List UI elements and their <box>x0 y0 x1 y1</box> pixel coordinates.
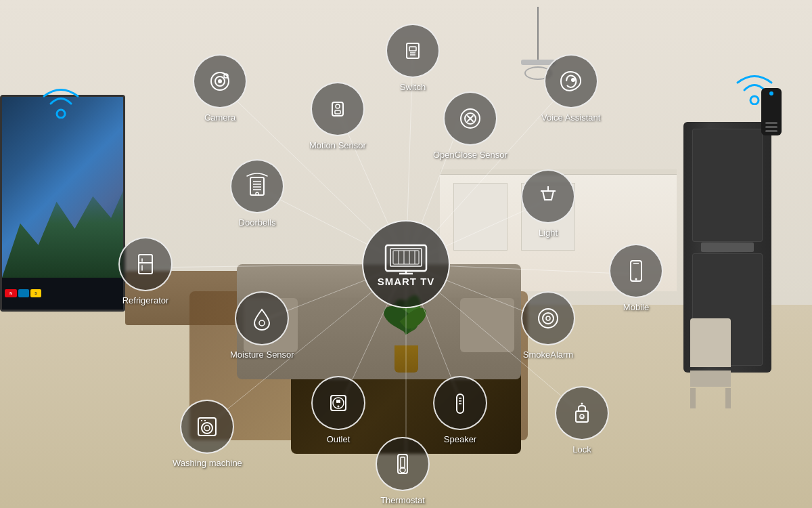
openclose-sensor-label: OpenClose Sensor <box>433 150 508 160</box>
wifi-left-icon <box>41 81 81 121</box>
svg-point-57 <box>546 316 550 320</box>
voice-assistant-label: Voice Assistant <box>541 112 600 123</box>
thermostat-label: Thermostat <box>380 495 425 505</box>
outlet-node[interactable]: Outlet <box>311 376 365 444</box>
mobile-label: Mobile <box>623 302 649 312</box>
svg-point-60 <box>635 278 637 280</box>
openclose-circle <box>443 91 497 146</box>
svg-point-72 <box>204 425 210 431</box>
svg-point-81 <box>581 403 583 405</box>
smoke-alarm-label: SmokeAlarm <box>523 350 573 360</box>
speaker-circle <box>433 376 487 430</box>
svg-rect-28 <box>409 47 416 51</box>
smoke-alarm-node[interactable]: SmokeAlarm <box>521 291 575 360</box>
smart-tv-label: SMART TV <box>378 276 435 287</box>
remote-device <box>761 88 782 135</box>
switch-label: Switch <box>400 82 426 92</box>
motion-sensor-node[interactable]: Motion Sensor <box>309 82 366 150</box>
svg-point-54 <box>259 320 265 326</box>
camera-circle <box>193 54 247 108</box>
outlet-label: Outlet <box>327 434 351 444</box>
doorbells-node[interactable]: Doorbells <box>230 159 284 228</box>
camera-node[interactable]: Camera <box>193 54 247 123</box>
washing-machine-node[interactable]: Washing machine <box>173 400 242 468</box>
voice-circle <box>544 54 598 108</box>
lock-label: Lock <box>572 444 591 454</box>
svg-rect-63 <box>336 400 338 403</box>
moisture-sensor-node[interactable]: Moisture Sensor <box>230 291 294 360</box>
svg-rect-50 <box>139 255 152 274</box>
svg-point-36 <box>336 104 340 108</box>
motion-circle <box>311 82 365 136</box>
camera-label: Camera <box>204 112 235 123</box>
thermostat-node[interactable]: Thermostat <box>376 437 430 505</box>
svg-rect-76 <box>401 457 405 468</box>
svg-point-56 <box>543 313 554 324</box>
mobile-node[interactable]: Mobile <box>609 244 663 312</box>
smart-tv-node[interactable]: SMART TV <box>362 220 450 308</box>
moisture-sensor-label: Moisture Sensor <box>230 350 294 360</box>
svg-rect-19 <box>390 249 422 266</box>
moisture-circle <box>235 291 289 345</box>
speaker-node[interactable]: Speaker <box>433 376 487 444</box>
refrigerator-circle <box>118 237 173 291</box>
lock-node[interactable]: Lock <box>555 386 609 454</box>
outlet-circle <box>311 376 365 430</box>
washer-circle <box>180 400 234 454</box>
light-label: Light <box>539 228 558 238</box>
svg-point-1 <box>750 96 759 104</box>
doorbells-circle <box>230 159 284 213</box>
svg-rect-64 <box>338 400 340 403</box>
smoke-circle <box>521 291 575 345</box>
smart-tv-circle: SMART TV <box>362 220 450 308</box>
dining-chair <box>690 318 731 400</box>
washing-machine-label: Washing machine <box>173 458 242 468</box>
thermostat-circle <box>376 437 430 491</box>
svg-point-40 <box>571 78 575 82</box>
refrigerator-label: Refrigerator <box>122 295 169 305</box>
mobile-circle <box>609 244 663 298</box>
motion-sensor-label: Motion Sensor <box>309 140 366 150</box>
svg-point-0 <box>57 110 65 118</box>
speaker-label: Speaker <box>444 434 476 444</box>
svg-point-55 <box>539 309 558 328</box>
doorbells-label: Doorbells <box>239 217 276 228</box>
refrigerator-node[interactable]: Refrigerator <box>118 237 173 305</box>
svg-point-71 <box>202 423 212 433</box>
switch-node[interactable]: Switch <box>386 24 440 92</box>
switch-circle <box>386 24 440 78</box>
svg-point-33 <box>218 79 222 83</box>
light-circle <box>521 169 575 224</box>
svg-rect-37 <box>335 110 340 114</box>
svg-point-46 <box>256 192 258 195</box>
wall-tv: N S <box>0 95 125 312</box>
voice-assistant-node[interactable]: Voice Assistant <box>541 54 600 123</box>
lock-circle <box>555 386 609 440</box>
openclose-sensor-node[interactable]: OpenClose Sensor <box>433 91 508 160</box>
light-node[interactable]: Light <box>521 169 575 238</box>
svg-point-65 <box>338 406 340 408</box>
